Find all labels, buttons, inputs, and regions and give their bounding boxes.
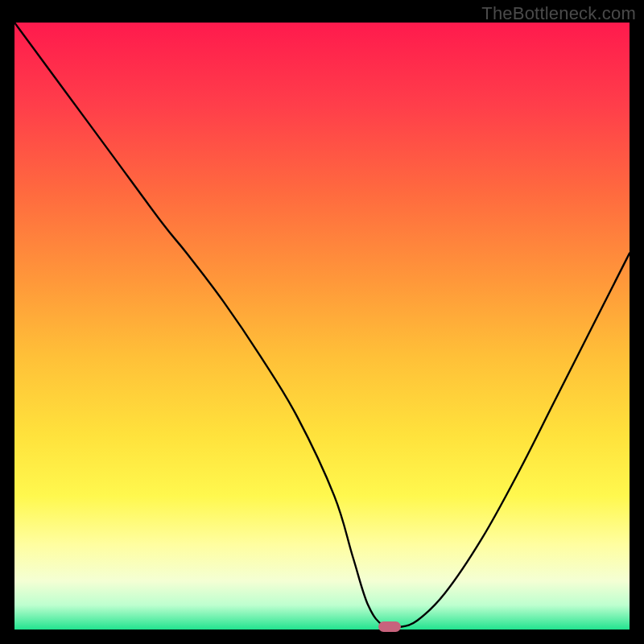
bottleneck-plot <box>14 23 630 630</box>
chart-frame: TheBottleneck.com <box>0 0 644 644</box>
optimal-point-marker <box>378 621 401 632</box>
watermark-text: TheBottleneck.com <box>481 3 636 24</box>
gradient-background <box>14 23 630 630</box>
plot-area <box>14 23 630 630</box>
